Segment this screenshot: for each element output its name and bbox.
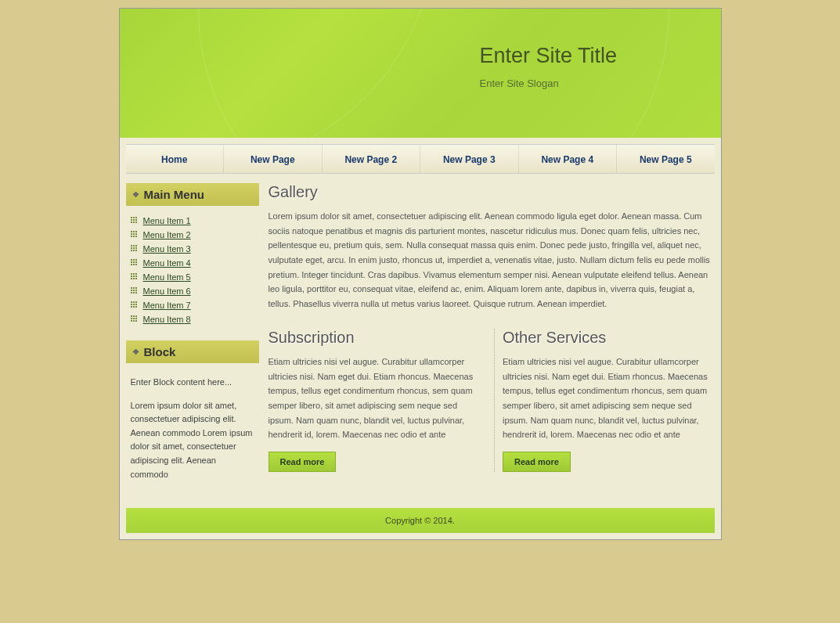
- menu-item-3[interactable]: Menu Item 3: [126, 242, 259, 256]
- site-title: Enter Site Title: [480, 44, 721, 68]
- nav-new-page[interactable]: New Page: [224, 145, 323, 173]
- block-title: ❖ Block: [126, 340, 259, 363]
- grid-icon: [131, 245, 139, 253]
- page-container: Enter Site Title Enter Site Slogan Home …: [119, 8, 722, 540]
- grid-icon: [131, 231, 139, 239]
- services-column: Other Services Etiam ultricies nisi vel …: [494, 329, 715, 472]
- grid-icon: [131, 217, 139, 225]
- menu-item-5[interactable]: Menu Item 5: [126, 270, 259, 284]
- services-read-more-button[interactable]: Read more: [503, 452, 571, 472]
- menu-item-8[interactable]: Menu Item 8: [126, 312, 259, 326]
- menu-link[interactable]: Menu Item 7: [143, 301, 191, 310]
- grid-icon: [131, 301, 139, 309]
- arrow-icon: ❖: [132, 190, 139, 199]
- block-intro: Enter Block content here...: [131, 376, 254, 390]
- arrow-icon: ❖: [132, 348, 139, 356]
- nav-new-page-2[interactable]: New Page 2: [323, 145, 421, 173]
- main-menu-title: ❖ Main Menu: [126, 183, 259, 206]
- gallery-title: Gallery: [269, 183, 715, 201]
- menu-list: Menu Item 1Menu Item 2Menu Item 3Menu It…: [126, 214, 259, 326]
- nav-new-page-4[interactable]: New Page 4: [519, 145, 618, 173]
- footer: Copyright © 2014.: [126, 508, 715, 533]
- nav-home[interactable]: Home: [126, 145, 225, 173]
- subscription-text: Etiam ultricies nisi vel augue. Curabitu…: [269, 355, 481, 442]
- main-nav: Home New Page New Page 2 New Page 3 New …: [126, 144, 715, 174]
- site-slogan: Enter Site Slogan: [480, 77, 721, 89]
- menu-item-1[interactable]: Menu Item 1: [126, 214, 259, 228]
- copyright: Copyright © 2014.: [385, 516, 455, 525]
- grid-icon: [131, 259, 139, 267]
- subscription-column: Subscription Etiam ultricies nisi vel au…: [269, 329, 481, 472]
- sidebar: ❖ Main Menu Menu Item 1Menu Item 2Menu I…: [126, 183, 259, 495]
- menu-item-7[interactable]: Menu Item 7: [126, 298, 259, 312]
- services-title: Other Services: [503, 329, 715, 347]
- block-content: Enter Block content here... Lorem ipsum …: [126, 371, 259, 495]
- menu-item-6[interactable]: Menu Item 6: [126, 284, 259, 298]
- menu-link[interactable]: Menu Item 1: [143, 216, 191, 225]
- grid-icon: [131, 315, 139, 323]
- main-menu-label: Main Menu: [144, 188, 205, 201]
- menu-item-4[interactable]: Menu Item 4: [126, 256, 259, 270]
- gallery-text: Lorem ipsum dolor sit amet, consectetuer…: [269, 209, 715, 312]
- body-wrap: ❖ Main Menu Menu Item 1Menu Item 2Menu I…: [120, 174, 721, 502]
- block-text: Lorem ipsum dolor sit amet, consectetuer…: [131, 399, 254, 482]
- site-header: Enter Site Title Enter Site Slogan: [120, 9, 721, 138]
- menu-link[interactable]: Menu Item 4: [143, 258, 191, 268]
- menu-item-2[interactable]: Menu Item 2: [126, 228, 259, 242]
- menu-link[interactable]: Menu Item 3: [143, 244, 191, 254]
- block-label: Block: [144, 345, 176, 358]
- columns: Subscription Etiam ultricies nisi vel au…: [269, 329, 715, 472]
- subscription-title: Subscription: [269, 329, 481, 347]
- menu-link[interactable]: Menu Item 6: [143, 286, 191, 296]
- nav-new-page-5[interactable]: New Page 5: [617, 145, 715, 173]
- main-content: Gallery Lorem ipsum dolor sit amet, cons…: [269, 183, 715, 495]
- nav-new-page-3[interactable]: New Page 3: [420, 145, 519, 173]
- menu-link[interactable]: Menu Item 2: [143, 230, 191, 239]
- menu-link[interactable]: Menu Item 5: [143, 272, 191, 282]
- grid-icon: [131, 273, 139, 281]
- services-text: Etiam ultricies nisi vel augue. Curabitu…: [503, 355, 715, 442]
- subscription-read-more-button[interactable]: Read more: [269, 452, 337, 472]
- grid-icon: [131, 287, 139, 295]
- menu-link[interactable]: Menu Item 8: [143, 315, 191, 324]
